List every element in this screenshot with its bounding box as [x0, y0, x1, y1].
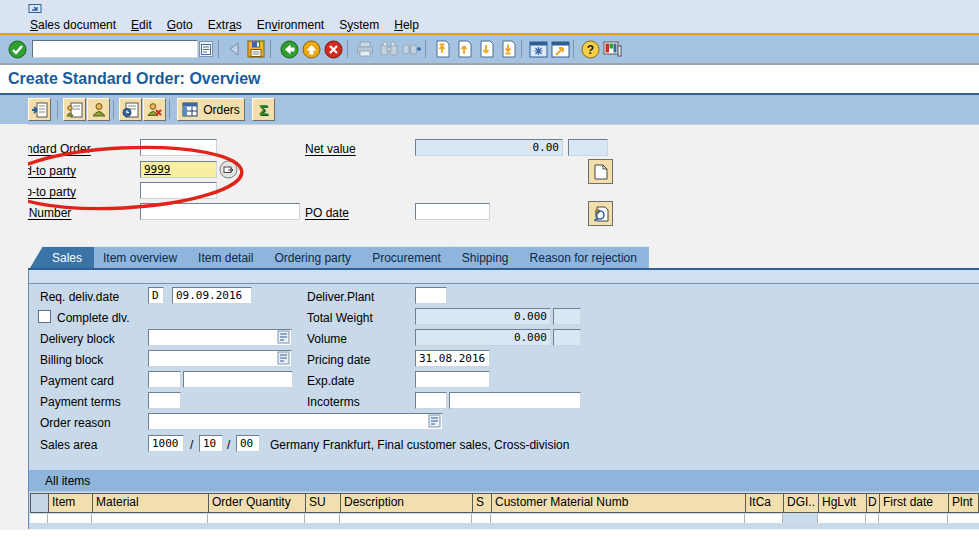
customize-layout-icon[interactable] — [601, 38, 623, 60]
orders-grid-icon — [182, 102, 198, 117]
net-value-label: Net value — [305, 142, 356, 156]
help-icon[interactable]: ? — [579, 38, 601, 60]
col-dgi[interactable]: DGI.. — [784, 494, 819, 512]
orders-button-label: Orders — [203, 103, 240, 117]
col-plnt[interactable]: Plnt — [949, 494, 978, 512]
header-details-icon[interactable] — [63, 98, 86, 121]
page-down-icon[interactable] — [475, 38, 497, 60]
payment-card-number-field[interactable] — [183, 371, 293, 388]
po-number-field[interactable] — [140, 203, 300, 220]
menu-bar: Sales document Edit Goto Extras Environm… — [0, 16, 979, 33]
exit-icon[interactable] — [300, 38, 322, 60]
tab-strip: Sales Item overview Item detail Ordering… — [30, 246, 649, 268]
col-d[interactable]: D — [867, 494, 880, 512]
tab-sales[interactable]: Sales — [30, 246, 94, 268]
order-reason-dropdown-icon[interactable] — [428, 414, 441, 427]
exp-date-field[interactable] — [415, 371, 490, 388]
req-deliv-date-type-field[interactable]: D — [148, 287, 164, 304]
find-icon[interactable] — [378, 38, 400, 60]
incoterms-part2-field[interactable] — [449, 392, 581, 409]
total-weight-field: 0.000 — [415, 308, 551, 325]
new-session-icon[interactable] — [527, 38, 549, 60]
menu-help[interactable]: Help — [394, 18, 419, 32]
create-shortcut-icon[interactable] — [549, 38, 571, 60]
find-next-icon[interactable] — [400, 38, 422, 60]
col-first-date[interactable]: First date — [880, 494, 949, 512]
last-page-icon[interactable] — [497, 38, 519, 60]
tab-item-detail[interactable]: Item detail — [176, 246, 265, 268]
tab-shipping[interactable]: Shipping — [440, 246, 521, 268]
reject-document-icon[interactable] — [143, 98, 166, 121]
payment-card-type-field[interactable] — [148, 371, 181, 388]
create-document-icon[interactable] — [588, 159, 613, 184]
sap-window: Sales document Edit Goto Extras Environm… — [0, 0, 979, 537]
pricing-date-label: Pricing date — [307, 353, 370, 367]
pricing-date-field[interactable]: 31.08.2016 — [415, 350, 490, 367]
menu-goto[interactable]: Goto — [167, 18, 193, 32]
items-table-empty-row[interactable] — [30, 514, 979, 523]
billing-block-field[interactable] — [148, 350, 292, 367]
division-field[interactable]: 00 — [236, 435, 260, 452]
selection-column-header[interactable] — [31, 494, 49, 512]
dist-channel-field[interactable]: 10 — [199, 435, 223, 452]
payment-terms-field[interactable] — [148, 392, 181, 409]
menu-sales-document[interactable]: Sales document — [30, 18, 116, 32]
page-up-icon[interactable] — [453, 38, 475, 60]
sales-org-field[interactable]: 1000 — [148, 435, 184, 452]
tab-procurement[interactable]: Procurement — [350, 246, 453, 268]
order-reason-field[interactable] — [148, 413, 443, 430]
sold-to-party-icon[interactable] — [87, 98, 110, 121]
print-icon[interactable] — [354, 38, 376, 60]
menu-edit[interactable]: Edit — [131, 18, 152, 32]
deliver-plant-field[interactable] — [415, 287, 447, 304]
col-s[interactable]: S — [473, 494, 492, 512]
application-toolbar: Orders Σ — [0, 95, 979, 125]
delivery-block-dropdown-icon[interactable] — [277, 330, 290, 343]
menu-system[interactable]: System — [339, 18, 379, 32]
volume-unit-field — [553, 329, 581, 346]
back-icon[interactable] — [278, 38, 300, 60]
col-description[interactable]: Description — [341, 494, 473, 512]
delivery-block-field[interactable] — [148, 329, 292, 346]
status-overview-icon[interactable] — [119, 98, 142, 121]
tab-reason-for-rejection[interactable]: Reason for rejection — [508, 246, 649, 268]
document-flow-icon[interactable] — [28, 98, 51, 121]
tab-item-overview[interactable]: Item overview — [81, 246, 189, 268]
sum-icon[interactable]: Σ — [252, 98, 275, 121]
col-customer-material[interactable]: Customer Material Numb — [492, 494, 746, 512]
col-hglvlt[interactable]: HgLvlt — [819, 494, 867, 512]
cancel-icon[interactable] — [322, 38, 344, 60]
all-items-header-bar: All items — [29, 470, 979, 492]
billing-block-label: Billing block — [40, 353, 103, 367]
orders-button[interactable]: Orders — [177, 98, 245, 121]
incoterms-part1-field[interactable] — [415, 392, 447, 409]
total-weight-label: Total Weight — [307, 311, 373, 325]
enter-icon[interactable] — [6, 38, 28, 60]
col-material[interactable]: Material — [93, 494, 209, 512]
exp-date-label: Exp.date — [307, 374, 354, 388]
possible-entries-icon[interactable] — [219, 160, 238, 179]
first-page-icon[interactable] — [431, 38, 453, 60]
command-field-dropdown-icon[interactable] — [199, 41, 213, 57]
col-item[interactable]: Item — [49, 494, 93, 512]
tab-ordering-party[interactable]: Ordering party — [252, 246, 363, 268]
back-caret-icon[interactable] — [223, 38, 245, 60]
col-order-quantity[interactable]: Order Quantity — [209, 494, 306, 512]
req-deliv-date-field[interactable]: 09.09.2016 — [172, 287, 252, 304]
command-field[interactable] — [32, 40, 198, 58]
volume-label: Volume — [307, 332, 347, 346]
sold-to-party-field[interactable]: 9999 — [140, 161, 217, 178]
control-menu-icon[interactable] — [28, 2, 43, 15]
po-date-field[interactable] — [415, 203, 490, 220]
menu-environment[interactable]: Environment — [257, 18, 324, 32]
complete-dlv-checkbox[interactable] — [38, 310, 51, 323]
standard-order-field[interactable] — [140, 139, 217, 156]
search-document-icon[interactable] — [588, 201, 613, 226]
save-icon[interactable] — [245, 38, 267, 60]
col-su[interactable]: SU — [306, 494, 341, 512]
ship-to-party-field[interactable] — [140, 182, 217, 199]
menu-extras[interactable]: Extras — [208, 18, 242, 32]
bottom-strip — [0, 530, 979, 537]
col-itca[interactable]: ItCa — [746, 494, 784, 512]
billing-block-dropdown-icon[interactable] — [277, 351, 290, 364]
